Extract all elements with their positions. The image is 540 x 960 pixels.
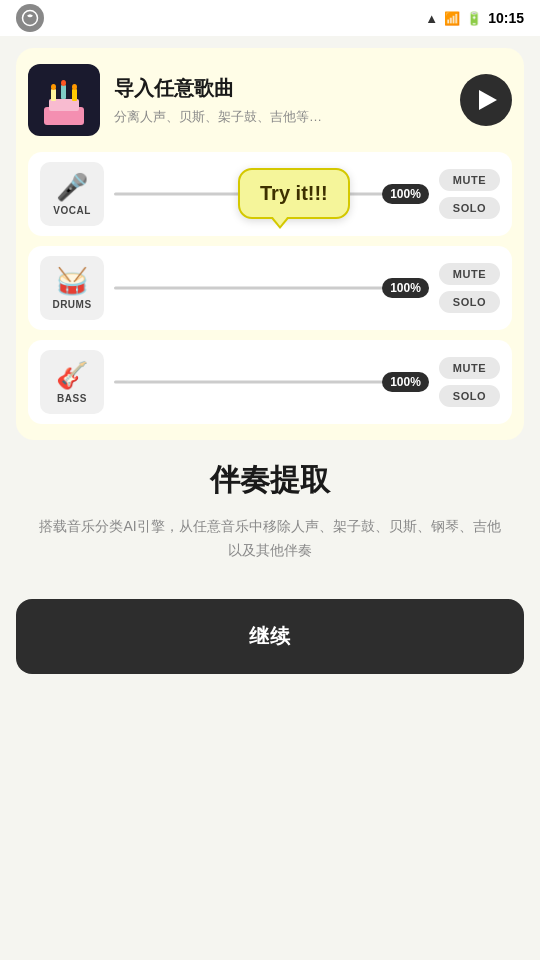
vocal-mute-button[interactable]: MUTE <box>439 169 500 191</box>
drums-solo-button[interactable]: SOLO <box>439 291 500 313</box>
bottom-section: 伴奏提取 搭载音乐分类AI引擎，从任意音乐中移除人声、架子鼓、贝斯、钢琴、吉他以… <box>16 460 524 674</box>
song-title: 导入任意歌曲 <box>114 75 446 102</box>
svg-point-9 <box>72 84 77 90</box>
tooltip-bubble: Try it!!! <box>238 168 350 219</box>
battery-icon: 🔋 <box>466 11 482 26</box>
play-button[interactable] <box>460 74 512 126</box>
vocal-controls: MUTE SOLO <box>439 169 500 219</box>
svg-point-0 <box>23 11 38 26</box>
song-header: 导入任意歌曲 分离人声、贝斯、架子鼓、吉他等… <box>28 64 512 136</box>
album-art <box>28 64 100 136</box>
svg-rect-6 <box>72 89 77 101</box>
drums-slider[interactable]: 100% <box>114 270 429 306</box>
drums-controls: MUTE SOLO <box>439 263 500 313</box>
tracks-container: Try it!!! 🎤 VOCAL 100% MUTE SOLO 🥁 DRUMS <box>28 152 512 424</box>
app-icon <box>16 4 44 32</box>
section-desc: 搭载音乐分类AI引擎，从任意音乐中移除人声、架子鼓、贝斯、钢琴、吉他以及其他伴奏 <box>16 515 524 563</box>
svg-rect-5 <box>61 85 66 99</box>
vocal-label: VOCAL <box>53 205 91 216</box>
bass-icon: 🎸 <box>56 360 88 391</box>
vocal-solo-button[interactable]: SOLO <box>439 197 500 219</box>
play-icon <box>479 90 497 110</box>
svg-point-7 <box>51 84 56 90</box>
svg-rect-4 <box>51 89 56 101</box>
svg-point-8 <box>61 80 66 86</box>
drums-mute-button[interactable]: MUTE <box>439 263 500 285</box>
vocal-icon-box: 🎤 VOCAL <box>40 162 104 226</box>
bass-slider[interactable]: 100% <box>114 364 429 400</box>
time-display: 10:15 <box>488 10 524 26</box>
vocal-percent: 100% <box>382 184 429 204</box>
bass-label: BASS <box>57 393 87 404</box>
vocal-icon: 🎤 <box>56 172 88 203</box>
status-right: ▲ 📶 🔋 10:15 <box>425 10 524 26</box>
drums-icon-box: 🥁 DRUMS <box>40 256 104 320</box>
track-row-bass: 🎸 BASS 100% MUTE SOLO <box>28 340 512 424</box>
status-left <box>16 4 44 32</box>
song-info: 导入任意歌曲 分离人声、贝斯、架子鼓、吉他等… <box>100 75 460 126</box>
continue-button[interactable]: 继续 <box>16 599 524 674</box>
song-desc: 分离人声、贝斯、架子鼓、吉他等… <box>114 108 446 126</box>
track-row-drums: 🥁 DRUMS 100% MUTE SOLO <box>28 246 512 330</box>
bass-icon-box: 🎸 BASS <box>40 350 104 414</box>
section-title: 伴奏提取 <box>16 460 524 501</box>
signal-icon: 📶 <box>444 11 460 26</box>
top-card: 导入任意歌曲 分离人声、贝斯、架子鼓、吉他等… Try it!!! 🎤 VOCA… <box>16 48 524 440</box>
bass-controls: MUTE SOLO <box>439 357 500 407</box>
bass-solo-button[interactable]: SOLO <box>439 385 500 407</box>
tooltip-text: Try it!!! <box>260 182 328 204</box>
drums-icon: 🥁 <box>56 266 88 297</box>
drums-percent: 100% <box>382 278 429 298</box>
bass-mute-button[interactable]: MUTE <box>439 357 500 379</box>
drums-label: DRUMS <box>52 299 91 310</box>
bass-percent: 100% <box>382 372 429 392</box>
status-bar: ▲ 📶 🔋 10:15 <box>0 0 540 36</box>
wifi-icon: ▲ <box>425 11 438 26</box>
